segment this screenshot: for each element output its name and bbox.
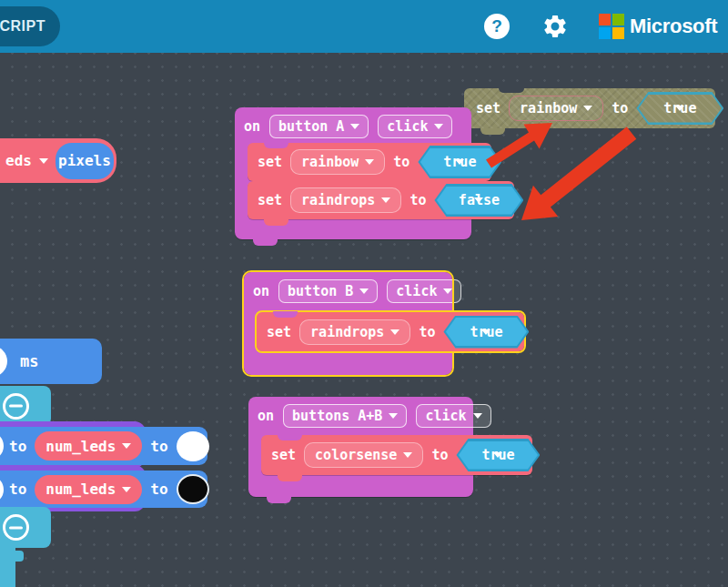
variable-dropdown[interactable]: num_leds (35, 475, 142, 504)
dropdown-caret-icon (122, 443, 131, 449)
action-dropdown[interactable]: click (416, 404, 490, 428)
variable-dropdown[interactable]: rainbow (290, 149, 385, 175)
dropdown-caret-icon (434, 124, 443, 129)
set-keyword: set (476, 100, 500, 116)
variable-dropdown[interactable]: raindrops (299, 319, 410, 345)
white-color-slot[interactable] (177, 431, 209, 461)
dropdown-caret-icon (481, 329, 490, 335)
microsoft-wordmark: Microsoft (630, 15, 717, 38)
header-bar: SCRIPT ? Microsoft (0, 0, 728, 53)
boolean-dropdown[interactable]: true (636, 92, 723, 125)
set-raindrops-block[interactable]: set raindrops to true (257, 312, 524, 351)
minus-circle-icon[interactable] (3, 514, 29, 541)
to-keyword: to (9, 438, 26, 455)
pixels-label: pixels (58, 152, 111, 169)
variable-name: num_leds (46, 438, 116, 455)
dropdown-caret-icon (350, 124, 359, 129)
variable-name: raindrops (310, 324, 384, 340)
set-raindrops-block[interactable]: set raindrops to false (248, 181, 514, 219)
variable-name: rainbow (520, 100, 577, 116)
range-num-leds-block-2[interactable]: to num_leds to (0, 471, 207, 508)
block-notch (15, 551, 24, 562)
number-slot[interactable] (0, 346, 7, 377)
dropdown-caret-icon (39, 158, 48, 164)
dropdown-caret-icon (443, 288, 452, 294)
loop-block-spine[interactable] (0, 548, 15, 587)
variable-name: raindrops (301, 192, 375, 208)
action-dropdown[interactable]: click (387, 279, 461, 303)
on-button-b-block[interactable]: on button B click set raindrops to true (244, 272, 452, 375)
dropdown-caret-icon (389, 413, 398, 419)
help-glyph: ? (491, 16, 502, 36)
dropdown-caret-icon (455, 159, 464, 165)
variable-dropdown[interactable]: rainbow (509, 96, 603, 121)
minus-circle-icon[interactable] (3, 393, 29, 420)
to-keyword: to (9, 481, 26, 498)
block-bump (253, 239, 278, 246)
range-num-leds-block-1[interactable]: to num_leds to (0, 427, 207, 465)
dropdown-caret-icon (403, 452, 412, 458)
set-colorsense-block[interactable]: set colorsense to true (261, 435, 532, 475)
to-keyword: to (150, 438, 167, 455)
to-keyword: to (612, 100, 628, 116)
help-icon[interactable]: ? (484, 14, 510, 39)
action-name: click (387, 118, 428, 135)
to-keyword: to (150, 481, 167, 498)
number-slot[interactable] (0, 475, 4, 504)
ms-label: ms (20, 352, 38, 370)
on-keyword: on (244, 118, 260, 135)
block-notch (264, 142, 288, 148)
dropdown-caret-icon (381, 197, 390, 203)
set-keyword: set (258, 192, 282, 208)
black-color-slot[interactable] (177, 474, 209, 504)
collapse-block[interactable] (0, 386, 51, 426)
disabled-set-rainbow-block[interactable]: set rainbow to true (464, 88, 715, 128)
to-keyword: to (431, 447, 448, 463)
block-bump (267, 497, 291, 503)
block-notch (273, 311, 298, 318)
on-buttons-ab-block[interactable]: on buttons A+B click set colorsense to t… (248, 397, 473, 497)
boolean-dropdown[interactable]: true (418, 146, 501, 178)
boolean-dropdown[interactable]: false (434, 184, 523, 217)
button-dropdown[interactable]: buttons A+B (283, 404, 407, 428)
javascript-toggle-button[interactable]: SCRIPT (0, 6, 60, 46)
button-dropdown[interactable]: button A (269, 115, 369, 138)
dropdown-caret-icon (583, 106, 592, 111)
javascript-toggle-label: SCRIPT (0, 18, 46, 35)
action-name: click (396, 283, 437, 299)
to-keyword: to (419, 324, 435, 340)
on-button-a-block[interactable]: on button A click set rainbow to true (235, 107, 471, 239)
variable-dropdown[interactable]: colorsense (304, 442, 423, 468)
button-dropdown[interactable]: button B (278, 279, 378, 303)
action-name: click (425, 408, 466, 424)
makecode-editor: SCRIPT ? Microsoft set rainbow to true (0, 0, 728, 587)
variable-dropdown[interactable]: raindrops (290, 187, 401, 213)
settings-gear-icon[interactable] (541, 13, 569, 40)
on-keyword: on (253, 283, 269, 299)
boolean-dropdown[interactable]: true (456, 439, 540, 471)
microsoft-logo-icon (599, 14, 624, 39)
number-slot[interactable] (0, 431, 4, 460)
dropdown-caret-icon (390, 329, 399, 335)
block-bump (278, 475, 302, 481)
variable-dropdown[interactable]: num_leds (35, 431, 142, 460)
on-keyword: on (258, 408, 274, 424)
action-dropdown[interactable]: click (378, 115, 452, 138)
set-keyword: set (271, 447, 296, 463)
button-name: button B (288, 283, 353, 299)
block-notch (499, 87, 524, 93)
dropdown-caret-icon (493, 452, 502, 458)
boolean-dropdown[interactable]: true (443, 316, 529, 349)
block-bump (264, 219, 288, 226)
to-keyword: to (410, 192, 426, 208)
set-keyword: set (258, 154, 282, 170)
pixels-reporter-block[interactable]: pixels (56, 143, 114, 179)
set-keyword: set (267, 324, 291, 340)
dropdown-caret-icon (122, 487, 131, 492)
set-rainbow-block[interactable]: set rainbow to true (248, 143, 491, 181)
variable-name: colorsense (315, 447, 397, 463)
leds-pixels-block[interactable]: eds pixels (0, 138, 116, 183)
variable-name: rainbow (301, 154, 359, 170)
collapse-block[interactable] (0, 507, 51, 548)
pause-ms-block[interactable]: ms (0, 339, 102, 384)
